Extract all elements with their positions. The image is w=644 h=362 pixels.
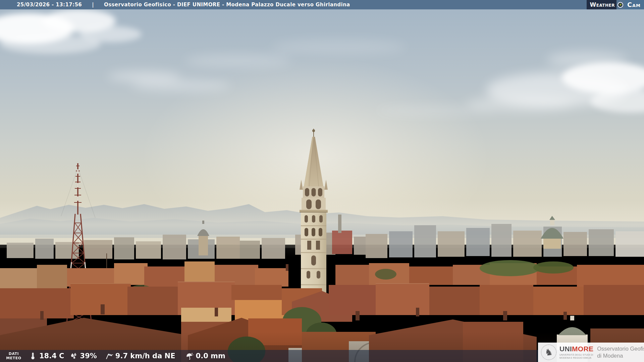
datetime-text: 25/03/2026 - 13:17:56 xyxy=(17,2,82,8)
unimore-plate: ♞ UNIMORE UNIVERSITÀ DEGLI STUDI DI MODE… xyxy=(538,343,644,362)
top-info-bar: 25/03/2026 - 13:17:56 | Osservatorio Geo… xyxy=(0,0,644,9)
humidity-value: 39% xyxy=(80,352,97,360)
rain-reading: 0.0 mm xyxy=(185,352,225,360)
unimore-subtitle: UNIVERSITÀ DEGLI STUDI DI MODENA E REGGI… xyxy=(559,353,593,359)
rain-icon xyxy=(185,352,194,360)
unimore-more-text: MORE xyxy=(572,345,593,353)
city-panorama xyxy=(0,0,644,362)
separator: | xyxy=(92,2,94,8)
webcam-view: 25/03/2026 - 13:17:56 | Osservatorio Geo… xyxy=(0,0,644,362)
unimore-uni-text: UNI xyxy=(559,345,572,353)
temperature-reading: 18.4 C xyxy=(29,352,64,360)
humidity-reading: 39% xyxy=(70,352,97,360)
humidity-icon xyxy=(70,352,78,360)
wind-value: 9.7 km/h da NE xyxy=(115,352,175,360)
wind-reading: 9.7 km/h da NE xyxy=(105,352,175,360)
weathercam-lens-icon xyxy=(618,2,623,8)
weathercam-logo: Weather Cam xyxy=(587,0,644,9)
observatory-name: Osservatorio Geofisico di Modena xyxy=(597,345,644,360)
webcam-title: Osservatorio Geofisico - DIEF UNIMORE - … xyxy=(104,2,350,8)
dati-meteo-label: DATI METEO xyxy=(4,352,23,360)
weathercam-weather-label: Weather xyxy=(587,0,616,9)
unimore-wordmark: UNIMORE UNIVERSITÀ DEGLI STUDI DI MODENA… xyxy=(559,345,593,359)
temperature-value: 18.4 C xyxy=(39,352,64,360)
rain-value: 0.0 mm xyxy=(196,352,225,360)
wind-icon xyxy=(105,352,113,360)
thermometer-icon xyxy=(29,352,37,360)
unimore-crest-icon: ♞ xyxy=(541,345,556,360)
weathercam-cam-label: Cam xyxy=(625,0,644,9)
